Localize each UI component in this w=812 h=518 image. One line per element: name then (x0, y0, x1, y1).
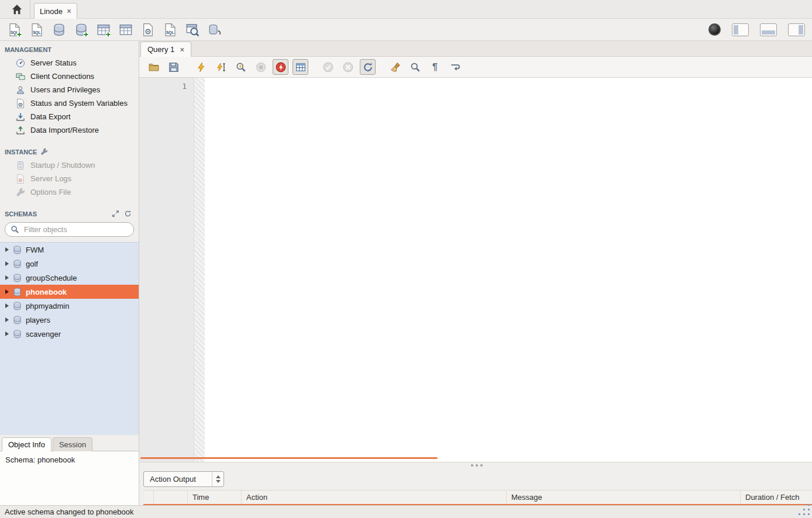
schema-label: players (26, 316, 50, 324)
app-window: Linode × (0, 0, 812, 518)
close-icon[interactable]: × (67, 7, 71, 15)
query-tabstrip: Query 1 × (139, 41, 812, 57)
stop-button[interactable] (253, 59, 269, 75)
search-table-data-button[interactable] (185, 22, 199, 37)
refresh-icon[interactable] (124, 210, 132, 217)
editor-text-area[interactable] (205, 78, 812, 462)
expand-arrow-icon[interactable] (5, 247, 9, 252)
resize-grip[interactable] (803, 509, 805, 510)
save-script-button[interactable] (166, 59, 181, 75)
sidebar-item-startup-shutdown[interactable]: Startup / Shutdown (0, 158, 139, 172)
toggle-invisible-chars-button[interactable]: ¶ (427, 59, 443, 75)
rollback-button[interactable] (340, 59, 356, 75)
sidebar-item-label: Startup / Shutdown (30, 161, 95, 170)
sidebar-item-server-status[interactable]: Server Status (0, 56, 139, 70)
connection-tab[interactable]: Linode × (34, 3, 77, 19)
new-model-button[interactable] (74, 22, 88, 37)
toggle-wrap-button[interactable] (447, 59, 463, 75)
toggle-left-panel-button[interactable] (732, 23, 749, 36)
sidebar-item-data-export[interactable]: Data Export (0, 110, 139, 123)
beautify-button[interactable] (387, 59, 403, 75)
sql-editor[interactable]: 1 (139, 78, 812, 462)
expand-arrow-icon[interactable] (5, 317, 9, 322)
toggle-autocommit-button[interactable] (360, 59, 376, 75)
connection-tab-label: Linode (40, 7, 63, 16)
find-button[interactable] (407, 59, 423, 75)
output-col-status[interactable] (143, 491, 154, 504)
expand-arrow-icon[interactable] (5, 261, 9, 266)
execute-button[interactable] (193, 59, 209, 75)
sidebar-item-server-logs[interactable]: Server Logs (0, 172, 139, 185)
schema-icon (13, 260, 22, 268)
schema-item-fwm[interactable]: FWM (0, 243, 139, 257)
schema-icon (13, 274, 22, 282)
toggle-bottom-panel-button[interactable] (760, 23, 777, 36)
expand-icon[interactable] (112, 210, 119, 217)
limit-rows-button[interactable] (293, 59, 308, 75)
new-sql-tab-button[interactable] (7, 22, 22, 37)
horizontal-scrollbar[interactable] (140, 457, 438, 459)
server-status-icon (16, 58, 25, 68)
new-function-icon (164, 23, 177, 36)
output-col-message[interactable]: Message (507, 491, 741, 504)
expand-arrow-icon[interactable] (5, 331, 9, 336)
schema-item-scavenger[interactable]: scavenger (0, 327, 139, 341)
new-schema-button[interactable] (51, 22, 66, 37)
tab-query-1[interactable]: Query 1 × (140, 42, 191, 57)
limit-rows-icon (295, 62, 306, 72)
expand-arrow-icon[interactable] (5, 289, 9, 294)
tab-session[interactable]: Session (53, 437, 92, 451)
schema-item-phpmyadmin[interactable]: phpmyadmin (0, 299, 139, 313)
sidebar-item-client-connections[interactable]: Client Connections (0, 70, 139, 83)
schema-item-phonebook[interactable]: phonebook (0, 285, 139, 299)
toggle-stop-on-error-button[interactable] (273, 59, 288, 75)
management-section-title: MANAGEMENT (0, 41, 139, 56)
data-export-icon (16, 112, 25, 122)
home-tab[interactable] (4, 0, 30, 18)
explain-button[interactable] (233, 59, 249, 75)
object-info-panel: Schema: phonebook (0, 451, 139, 505)
schema-item-groupschedule[interactable]: groupSchedule (0, 271, 139, 285)
sidebar-item-users-privileges[interactable]: Users and Privileges (0, 83, 139, 96)
output-col-index[interactable] (154, 491, 188, 504)
output-col-action[interactable]: Action (242, 491, 507, 504)
schema-filter-input[interactable] (23, 225, 128, 234)
schema-item-golf[interactable]: golf (0, 257, 139, 271)
open-script-button[interactable] (146, 59, 161, 75)
new-procedure-button[interactable] (140, 22, 155, 37)
output-selector[interactable]: Action Output (143, 471, 224, 487)
new-table-button[interactable] (96, 22, 111, 37)
sidebar-item-system-variables[interactable]: Status and System Variables (0, 96, 139, 110)
new-function-button[interactable] (163, 22, 177, 37)
commit-button[interactable] (320, 59, 336, 75)
schema-label: scavenger (26, 330, 61, 339)
spinner-icon (212, 472, 221, 486)
execute-current-button[interactable] (213, 59, 229, 75)
assistant-icon[interactable] (708, 23, 721, 36)
sidebar-item-options-file[interactable]: Options File (0, 185, 139, 199)
reconnect-dbms-button[interactable] (207, 22, 222, 37)
content-area: MANAGEMENT Server Status Client Connecti… (0, 41, 812, 505)
find-icon (410, 62, 421, 72)
tab-object-info[interactable]: Object Info (2, 437, 51, 451)
schemas-section-title: SCHEMAS (0, 205, 139, 220)
output-selector-label: Action Output (150, 475, 206, 484)
sidebar-item-data-import[interactable]: Data Import/Restore (0, 123, 139, 137)
open-sql-script-button[interactable] (29, 22, 44, 37)
expand-arrow-icon[interactable] (5, 303, 9, 308)
close-icon[interactable]: × (180, 46, 184, 54)
output-col-time[interactable]: Time (188, 491, 242, 504)
toggle-right-panel-button[interactable] (788, 23, 805, 36)
new-view-button[interactable] (118, 22, 133, 37)
schema-icon (13, 246, 22, 254)
instance-title-label: INSTANCE (5, 149, 37, 156)
new-schema-icon (53, 23, 66, 36)
schema-label: phpmyadmin (26, 302, 69, 310)
output-col-duration[interactable]: Duration / Fetch (741, 491, 812, 504)
editor-area: Query 1 × ¶ (139, 41, 812, 505)
status-bar-text: Active schema changed to phonebook (5, 507, 133, 516)
schema-item-players[interactable]: players (0, 313, 139, 327)
output-splitter[interactable] (139, 462, 812, 468)
line-number-gutter: 1 (139, 78, 194, 462)
expand-arrow-icon[interactable] (5, 275, 9, 280)
